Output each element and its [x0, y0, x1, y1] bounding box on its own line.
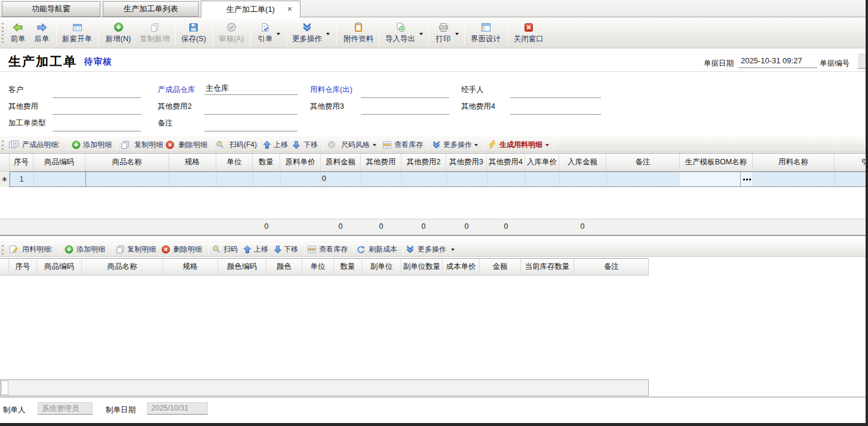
generate-material-button[interactable]: 生成用料明细: [499, 137, 542, 152]
delete-detail-icon[interactable]: [165, 137, 174, 152]
col-unit[interactable]: 单位: [216, 154, 253, 171]
add-detail-icon[interactable]: [65, 242, 73, 256]
more-chevron-icon[interactable]: [406, 242, 415, 256]
col-remark[interactable]: 备注: [574, 259, 649, 275]
move-up-button[interactable]: 上移: [254, 242, 268, 256]
copy-detail-icon[interactable]: [116, 242, 125, 256]
move-down-button[interactable]: 下移: [303, 137, 318, 152]
refresh-icon[interactable]: [356, 242, 366, 256]
scrollbar-thumb[interactable]: [1, 381, 8, 395]
col-remark[interactable]: 备注: [606, 154, 680, 171]
size-style-dropdown-icon[interactable]: [373, 144, 376, 146]
view-stock-button[interactable]: 查看库存: [394, 137, 423, 152]
move-down-icon[interactable]: [274, 242, 282, 256]
col-current-stock[interactable]: 当前库存数量: [521, 259, 574, 275]
ui-design-button[interactable]: 界面设计: [469, 19, 502, 47]
fee3-field[interactable]: [361, 102, 449, 115]
more-actions-dropdown-icon[interactable]: [474, 144, 478, 146]
scan-icon[interactable]: [216, 137, 225, 152]
order-type-field[interactable]: [53, 118, 141, 131]
col-color[interactable]: 颜色: [266, 259, 302, 275]
col-fee2[interactable]: 其他费用2: [401, 154, 446, 171]
more-actions-button[interactable]: 更多操作: [418, 242, 446, 256]
delete-detail-button[interactable]: 删除明细: [173, 242, 202, 256]
tab-nav-window[interactable]: 功能导航窗: [2, 1, 100, 17]
col-cost-price[interactable]: 成本单价: [443, 259, 480, 275]
col-ref[interactable]: 引: [835, 154, 868, 171]
col-material-name[interactable]: 用料名称: [753, 154, 835, 171]
attachments-button[interactable]: 附件资料: [342, 19, 375, 47]
fg-warehouse-field[interactable]: 主仓库: [204, 82, 297, 95]
mat-warehouse-field[interactable]: [361, 85, 449, 98]
new-button[interactable]: 新增(N): [100, 19, 136, 47]
col-product-code[interactable]: 商品编码: [33, 154, 85, 171]
col-in-amount[interactable]: 入库金额: [559, 154, 606, 171]
col-spec[interactable]: 规格: [163, 259, 218, 275]
move-down-button[interactable]: 下移: [284, 242, 298, 256]
import-export-dropdown-icon[interactable]: [419, 33, 423, 35]
view-stock-button[interactable]: 查看库存: [319, 242, 348, 256]
customer-field[interactable]: [53, 85, 141, 98]
copy-detail-button[interactable]: 复制明细: [134, 137, 163, 152]
col-bom-name[interactable]: 生产模板BOM名称: [680, 154, 753, 171]
col-material-amount[interactable]: 原料金额: [321, 154, 361, 171]
col-in-price[interactable]: 入库单价: [525, 154, 559, 171]
col-amount[interactable]: 金额: [480, 259, 521, 275]
doc-date-field[interactable]: 2025-10-31 09:27: [738, 54, 817, 68]
view-stock-icon[interactable]: [382, 137, 392, 152]
lightning-icon[interactable]: [487, 137, 497, 152]
print-button[interactable]: 打印: [433, 19, 454, 47]
view-stock-icon[interactable]: [307, 242, 317, 256]
reference-order-button[interactable]: 引单: [253, 19, 277, 47]
ellipsis-button[interactable]: [743, 179, 751, 180]
scan-icon[interactable]: [212, 242, 221, 256]
size-style-button[interactable]: 尺码风格: [341, 137, 370, 152]
fg-warehouse-label[interactable]: 产成品仓库: [158, 85, 195, 94]
col-fee4[interactable]: 其他费用4: [487, 154, 525, 171]
col-product-name[interactable]: 商品名称: [82, 259, 163, 275]
handler-field[interactable]: [510, 85, 601, 98]
print-dropdown-icon[interactable]: [455, 33, 459, 35]
bom-name-cell-editor[interactable]: [680, 172, 753, 186]
add-detail-button[interactable]: 添加明细: [76, 242, 105, 256]
move-down-icon[interactable]: [292, 137, 300, 152]
close-window-button[interactable]: 关闭窗口: [512, 19, 545, 47]
add-detail-button[interactable]: 添加明细: [83, 137, 112, 152]
col-product-code[interactable]: 商品编码: [37, 259, 82, 275]
move-up-icon[interactable]: [243, 242, 251, 256]
move-up-icon[interactable]: [263, 137, 271, 152]
copy-detail-icon[interactable]: [121, 137, 130, 152]
reference-order-dropdown-icon[interactable]: [277, 33, 280, 35]
more-actions-button[interactable]: 更多操作: [290, 19, 324, 47]
col-sub-unit[interactable]: 副单位: [362, 259, 401, 275]
col-qty[interactable]: 数量: [334, 259, 362, 275]
more-actions-dropdown-icon[interactable]: [451, 249, 455, 251]
next-order-button[interactable]: 后单: [27, 19, 56, 47]
delete-detail-button[interactable]: 删除明细: [179, 137, 207, 152]
remark-field[interactable]: [204, 118, 297, 131]
refresh-cost-button[interactable]: 刷新成本: [369, 242, 397, 256]
size-style-gear-icon[interactable]: [327, 137, 336, 152]
toolbar-grip-icon[interactable]: [2, 140, 4, 150]
generate-material-dropdown-icon[interactable]: [545, 144, 549, 146]
copy-detail-button[interactable]: 复制明细: [127, 242, 156, 256]
toolbar-grip-icon[interactable]: [2, 245, 4, 255]
save-button[interactable]: 保存(S): [177, 19, 210, 47]
tab-close-icon[interactable]: ×: [285, 4, 295, 14]
fee2-field[interactable]: [204, 102, 297, 115]
mat-warehouse-label[interactable]: 用料仓库(出): [310, 85, 352, 94]
import-export-button[interactable]: 导入导出: [384, 19, 417, 47]
col-sub-unit-qty[interactable]: 副单位数量: [401, 259, 443, 275]
move-up-button[interactable]: 上移: [274, 137, 288, 152]
col-unit[interactable]: 单位: [302, 259, 334, 275]
products-grid-row[interactable]: ∗ 1 0: [0, 171, 868, 187]
col-qty[interactable]: 数量: [253, 154, 280, 171]
new-window-order-button[interactable]: 新窗开单: [58, 19, 96, 47]
tab-order-active[interactable]: 生产加工单(1) ×: [201, 1, 300, 18]
scan-button[interactable]: 扫码: [223, 242, 238, 256]
col-product-name[interactable]: 商品名称: [85, 154, 169, 171]
col-material-price[interactable]: 原料单价: [280, 154, 321, 171]
more-actions-dropdown-icon[interactable]: [326, 33, 330, 35]
scan-button[interactable]: 扫码(F4): [229, 137, 257, 152]
delete-detail-icon[interactable]: [161, 242, 170, 256]
